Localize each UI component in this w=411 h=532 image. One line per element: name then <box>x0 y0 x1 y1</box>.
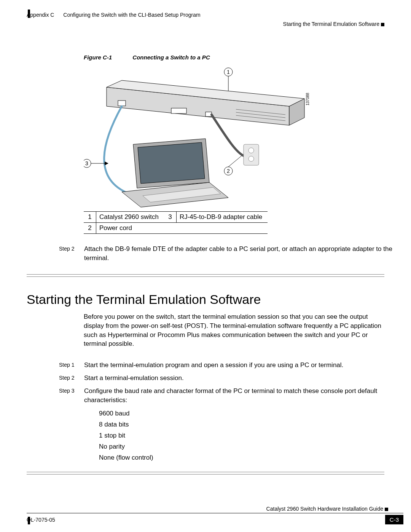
step-number: Step 2 <box>59 244 84 263</box>
step-row: Step 2 Start a terminal-emulation sessio… <box>59 374 407 383</box>
callout-2-label: 2 <box>227 168 230 174</box>
table-row: 2 Power cord <box>84 223 268 234</box>
config-item: 9600 baud <box>99 408 407 419</box>
footer-page-number: C-3 <box>385 515 403 524</box>
svg-rect-11 <box>244 144 259 165</box>
step-row: Step 1 Start the terminal-emulation prog… <box>59 361 407 370</box>
section-divider <box>27 274 384 277</box>
callout-1-label: 1 <box>227 69 230 75</box>
figure-number: Figure C-1 <box>84 54 112 61</box>
config-item: None (flow control) <box>99 452 407 463</box>
config-characteristics-list: 9600 baud 8 data bits 1 stop bit No pari… <box>99 408 407 463</box>
figure-legend-table: 1 Catalyst 2960 switch 3 RJ-45-to-DB-9 a… <box>84 211 268 234</box>
step-number: Step 2 <box>59 374 84 383</box>
step-text: Start a terminal-emulation session. <box>84 374 407 383</box>
step-text: Start the terminal-emulation program and… <box>84 361 407 370</box>
step-text: Attach the DB-9 female DTE of the adapte… <box>84 244 407 263</box>
header-appendix: Appendix C <box>27 12 54 18</box>
svg-rect-7 <box>171 108 186 113</box>
svg-line-15 <box>228 156 242 167</box>
footer-marker-icon <box>385 508 388 511</box>
step-number: Step 3 <box>59 387 84 405</box>
step-row: Step 2 Attach the DB-9 female DTE of the… <box>59 244 407 263</box>
header-marker-icon <box>381 23 384 26</box>
figure-title: Connecting a Switch to a PC <box>132 54 210 61</box>
page-footer: Catalyst 2960 Switch Hardware Installati… <box>27 506 403 524</box>
section-divider <box>27 472 384 474</box>
image-id-label: 137088 <box>306 93 310 106</box>
svg-point-12 <box>249 148 254 153</box>
legend-label: RJ-45-to-DB-9 adapter cable <box>176 212 268 223</box>
step-text: Configure the baud rate and character fo… <box>84 387 407 405</box>
figure-caption: Figure C-1 Connecting a Switch to a PC <box>84 54 407 61</box>
svg-marker-22 <box>105 161 108 165</box>
footer-guide: Catalyst 2960 Switch Hardware Installati… <box>266 506 383 512</box>
step-row: Step 3 Configure the baud rate and chara… <box>59 387 407 405</box>
legend-label: Catalyst 2960 switch <box>96 212 164 223</box>
connection-diagram-icon: 1 2 3 137088 <box>84 64 312 209</box>
figure-illustration: 1 2 3 137088 <box>84 64 312 209</box>
intro-paragraph: Before you power on the switch, start th… <box>84 312 407 348</box>
svg-point-13 <box>249 156 254 161</box>
footer-rule-mark <box>28 517 30 524</box>
svg-rect-6 <box>118 101 126 106</box>
table-row: 1 Catalyst 2960 switch 3 RJ-45-to-DB-9 a… <box>84 212 268 223</box>
section-heading: Starting the Terminal Emulation Software <box>27 292 407 307</box>
legend-num: 2 <box>84 223 96 234</box>
header-section: Starting the Terminal Emulation Software <box>283 21 379 27</box>
svg-marker-18 <box>138 142 205 184</box>
step-number: Step 1 <box>59 361 84 370</box>
callout-3-label: 3 <box>85 160 88 166</box>
config-item: No parity <box>99 441 407 452</box>
legend-label: Power cord <box>96 223 164 234</box>
legend-num: 1 <box>84 212 96 223</box>
running-header: Appendix C Configuring the Switch with t… <box>27 11 407 27</box>
legend-num: 3 <box>164 212 177 223</box>
config-item: 1 stop bit <box>99 430 407 441</box>
header-chapter: Configuring the Switch with the CLI-Base… <box>63 12 200 18</box>
config-item: 8 data bits <box>99 419 407 430</box>
page-content: Appendix C Configuring the Switch with t… <box>27 11 407 474</box>
footer-doc-number: OL-7075-05 <box>27 517 55 523</box>
